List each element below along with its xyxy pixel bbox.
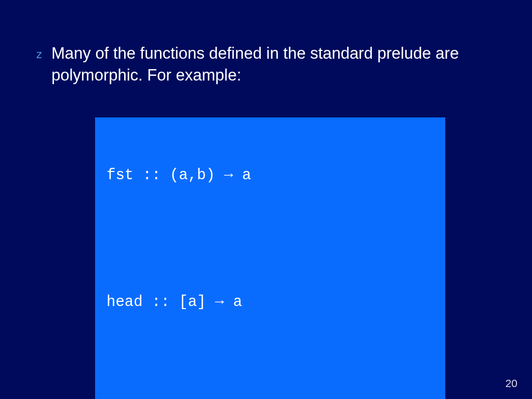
bullet-marker: z (36, 43, 42, 64)
bullet-item: z Many of the functions defined in the s… (36, 43, 496, 86)
slide-content: z Many of the functions defined in the s… (0, 0, 532, 399)
code-line-fst: fst :: (a,b) → a (107, 165, 434, 185)
body-text: Many of the functions defined in the sta… (51, 43, 496, 86)
code-line-head: head :: [a] → a (107, 292, 434, 312)
code-block: fst :: (a,b) → a head :: [a] → a take ::… (95, 117, 445, 399)
page-number: 20 (506, 377, 517, 390)
